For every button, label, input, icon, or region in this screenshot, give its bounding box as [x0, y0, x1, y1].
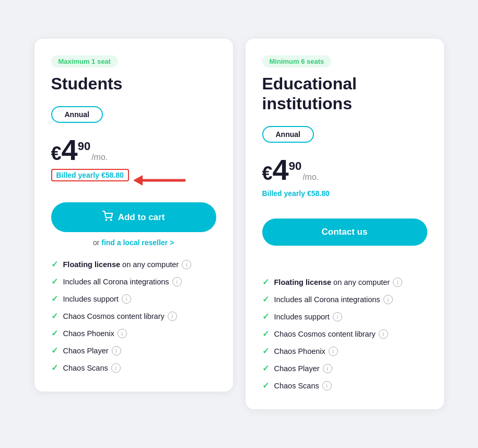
- info-icon[interactable]: i: [111, 363, 121, 373]
- svg-point-3: [110, 220, 111, 221]
- red-arrow-icon: [133, 173, 191, 188]
- students-price-period: /mo.: [91, 153, 108, 162]
- svg-marker-1: [133, 175, 143, 186]
- list-item: ✓ Chaos Phoenix i: [51, 328, 216, 338]
- feature-text: Chaos Scans i: [274, 381, 332, 390]
- list-item: ✓ Chaos Player i: [262, 363, 427, 373]
- feature-text: Chaos Player i: [63, 346, 121, 355]
- info-icon[interactable]: i: [333, 312, 342, 321]
- students-features-list: ✓ Floating license on any computer i ✓ I…: [51, 259, 216, 373]
- list-item: ✓ Chaos Scans i: [262, 381, 427, 390]
- check-icon: ✓: [51, 346, 58, 355]
- info-icon[interactable]: i: [322, 381, 332, 390]
- info-icon[interactable]: i: [172, 277, 182, 286]
- check-icon: ✓: [262, 312, 269, 321]
- educational-card: Minimum 6 seats Educational institutions…: [246, 39, 444, 410]
- list-item: ✓ Floating license on any computer i: [51, 259, 216, 269]
- list-item: ✓ Chaos Scans i: [51, 363, 216, 373]
- svg-point-2: [106, 220, 107, 221]
- info-icon[interactable]: i: [323, 364, 332, 373]
- educational-billed-yearly: Billed yearly €58.80: [262, 189, 330, 198]
- info-icon[interactable]: i: [118, 329, 127, 338]
- students-reseller-link[interactable]: find a local reseller >: [101, 238, 174, 247]
- contact-us-button[interactable]: Contact us: [262, 219, 427, 246]
- students-reseller-text: or: [93, 238, 99, 247]
- educational-price-period: /mo.: [302, 173, 319, 182]
- list-item: ✓ Includes all Corona integrations i: [262, 294, 427, 304]
- list-item: ✓ Chaos Player i: [51, 346, 216, 355]
- add-to-cart-button[interactable]: Add to cart: [51, 202, 216, 232]
- list-item: ✓ Floating license on any computer i: [262, 277, 427, 287]
- educational-price-whole: 4: [273, 155, 289, 185]
- check-icon: ✓: [262, 346, 269, 356]
- check-icon: ✓: [262, 329, 269, 339]
- list-item: ✓ Includes support i: [262, 312, 427, 321]
- check-icon: ✓: [51, 259, 58, 269]
- info-icon[interactable]: i: [168, 312, 177, 321]
- feature-text: Chaos Phoenix i: [274, 347, 338, 356]
- check-icon: ✓: [51, 311, 58, 321]
- spacer: [262, 252, 427, 277]
- check-icon: ✓: [262, 381, 269, 390]
- feature-text: Chaos Phoenix i: [63, 329, 127, 338]
- info-icon[interactable]: i: [383, 295, 393, 304]
- contact-us-label: Contact us: [322, 227, 368, 237]
- check-icon: ✓: [262, 363, 269, 373]
- students-billing-toggle[interactable]: Annual: [51, 106, 103, 123]
- list-item: ✓ Includes all Corona integrations i: [51, 277, 216, 286]
- educational-billing-toggle[interactable]: Annual: [262, 126, 314, 143]
- educational-price-currency: €: [262, 163, 273, 185]
- feature-text: Chaos Cosmos content library i: [63, 312, 177, 321]
- students-price-decimal: 90: [78, 140, 90, 153]
- list-item: ✓ Chaos Cosmos content library i: [51, 311, 216, 321]
- educational-features-list: ✓ Floating license on any computer i ✓ I…: [262, 277, 427, 390]
- list-item: ✓ Includes support i: [51, 294, 216, 304]
- feature-text: Chaos Player i: [274, 364, 332, 373]
- feature-text: Includes all Corona integrations i: [274, 295, 393, 304]
- educational-title: Educational institutions: [262, 74, 427, 114]
- info-icon[interactable]: i: [393, 278, 402, 287]
- pricing-cards: Maximum 1 seat Students Annual € 4 90 /m…: [34, 39, 444, 410]
- info-icon[interactable]: i: [379, 329, 388, 339]
- info-icon[interactable]: i: [112, 346, 121, 355]
- feature-text: Chaos Cosmos content library i: [274, 329, 388, 339]
- check-icon: ✓: [51, 328, 58, 338]
- check-icon: ✓: [262, 294, 269, 304]
- check-icon: ✓: [262, 277, 269, 287]
- info-icon[interactable]: i: [182, 260, 191, 269]
- feature-text: Chaos Scans i: [63, 363, 121, 373]
- check-icon: ✓: [51, 277, 58, 286]
- feature-text: Includes support i: [274, 312, 342, 321]
- students-price-whole: 4: [62, 135, 78, 165]
- students-badge: Maximum 1 seat: [51, 55, 118, 67]
- students-card: Maximum 1 seat Students Annual € 4 90 /m…: [34, 39, 233, 392]
- students-price-block: € 4 90 /mo.: [51, 135, 216, 165]
- feature-text: Includes all Corona integrations i: [63, 277, 182, 286]
- students-reseller-row: or find a local reseller >: [51, 238, 216, 247]
- students-price-currency: €: [51, 143, 62, 165]
- info-icon[interactable]: i: [329, 347, 338, 356]
- students-billed-yearly: Billed yearly €58.80: [51, 169, 129, 181]
- cart-icon: [102, 211, 113, 224]
- check-icon: ✓: [51, 294, 58, 304]
- educational-price-decimal: 90: [289, 159, 301, 173]
- list-item: ✓ Chaos Cosmos content library i: [262, 329, 427, 339]
- add-to-cart-label: Add to cart: [118, 212, 165, 223]
- feature-text: Floating license on any computer i: [63, 260, 192, 269]
- educational-price-block: € 4 90 /mo.: [262, 155, 427, 185]
- check-icon: ✓: [51, 363, 58, 373]
- feature-text: Includes support i: [63, 294, 131, 304]
- educational-badge: Minimum 6 seats: [262, 55, 332, 67]
- info-icon[interactable]: i: [122, 294, 131, 304]
- feature-text: Floating license on any computer i: [274, 278, 403, 287]
- list-item: ✓ Chaos Phoenix i: [262, 346, 427, 356]
- students-title: Students: [51, 74, 216, 94]
